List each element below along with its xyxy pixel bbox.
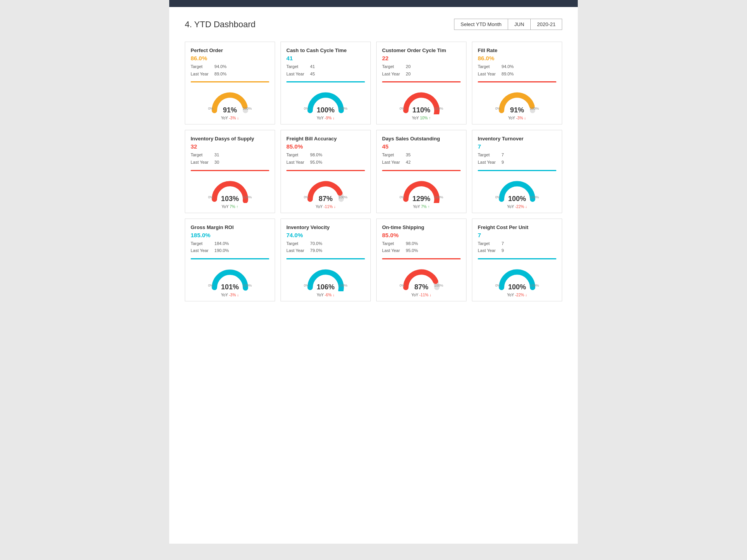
gauge-area-perfect-order: 91% 0% 100% YoY -3% ↓: [191, 87, 269, 120]
page-title: 4. YTD Dashboard: [185, 19, 256, 30]
gauge-max-freight-cost: 100%: [530, 281, 539, 288]
gauge-wrapper-freight-bill: 87% 0% 100%: [302, 176, 349, 204]
cards-grid: Perfect Order 86.0% Target 94.0% Last Ye…: [185, 42, 562, 301]
gauge-wrapper-on-time-shipping: 87% 0% 100%: [398, 264, 445, 292]
card-freight-cost: Freight Cost Per Unit 7 Target 7 Last Ye…: [472, 219, 562, 301]
gauge-area-inventory-velocity: 106% 0% 100% YoY -6% ↓: [286, 264, 365, 297]
gauge-center-freight-bill: 87%: [319, 195, 333, 203]
card-meta-inventory-days: Target 31 Last Year 30: [191, 151, 269, 166]
card-value-gross-margin: 185.0%: [191, 232, 269, 238]
card-days-sales: Days Sales Outstanding 45 Target 35 Last…: [376, 130, 466, 213]
gauge-wrapper-inventory-velocity: 106% 0% 100%: [302, 264, 349, 292]
gauge-pct-freight-bill: 87%: [319, 195, 333, 203]
gauge-max-perfect-order: 100%: [243, 104, 252, 111]
gauge-min-inventory-days: 0%: [208, 193, 213, 200]
gauge-pct-gross-margin: 101%: [221, 283, 239, 291]
card-divider-gross-margin: [191, 258, 269, 259]
card-gross-margin: Gross Margin ROI 185.0% Target 184.0% La…: [185, 219, 275, 301]
gauge-center-inventory-turnover: 100%: [508, 195, 526, 203]
gauge-area-gross-margin: 101% 0% 100% YoY -3% ↓: [191, 264, 269, 297]
card-title-customer-order-cycle: Customer Order Cycle Tim: [382, 47, 461, 53]
month-btn[interactable]: JUN: [508, 19, 531, 30]
gauge-pct-on-time-shipping: 87%: [414, 283, 428, 291]
yoy-val-inventory-velocity: -6% ↓: [325, 293, 335, 297]
card-divider-freight-bill: [286, 170, 365, 171]
gauge-min-customer-order-cycle: 0%: [400, 104, 405, 111]
gauge-wrapper-gross-margin: 101% 0% 100%: [207, 264, 253, 292]
yoy-line-inventory-velocity: YoY -6% ↓: [317, 293, 335, 297]
gauge-max-inventory-days: 100%: [243, 193, 252, 200]
gauge-min-inventory-turnover: 0%: [495, 193, 500, 200]
gauge-max-inventory-turnover: 100%: [530, 193, 539, 200]
yoy-line-on-time-shipping: YoY -11% ↓: [411, 293, 431, 297]
gauge-max-on-time-shipping: 100%: [434, 281, 443, 288]
card-value-inventory-turnover: 7: [478, 143, 556, 150]
gauge-pct-inventory-velocity: 106%: [317, 283, 335, 291]
card-value-freight-bill: 85.0%: [286, 143, 365, 150]
gauge-max-fill-rate: 100%: [530, 104, 539, 111]
gauge-center-perfect-order: 91%: [223, 106, 237, 114]
card-title-inventory-turnover: Inventory Turnover: [478, 136, 556, 142]
card-meta-days-sales: Target 35 Last Year 42: [382, 151, 461, 166]
card-meta-freight-cost: Target 7 Last Year 9: [478, 240, 556, 254]
card-title-freight-cost: Freight Cost Per Unit: [478, 224, 556, 230]
card-divider-customer-order-cycle: [382, 81, 461, 82]
card-fill-rate: Fill Rate 86.0% Target 94.0% Last Year 8…: [472, 42, 562, 124]
gauge-wrapper-freight-cost: 100% 0% 100%: [494, 264, 540, 292]
gauge-max-freight-bill: 100%: [338, 193, 347, 200]
card-title-freight-bill: Freight Bill Accuracy: [286, 136, 365, 142]
card-title-cash-to-cash: Cash to Cash Cycle Time: [286, 47, 365, 53]
gauge-center-gross-margin: 101%: [221, 283, 239, 291]
gauge-pct-fill-rate: 91%: [510, 106, 524, 114]
card-divider-inventory-turnover: [478, 170, 556, 171]
gauge-pct-inventory-days: 103%: [221, 195, 239, 203]
card-meta-freight-bill: Target 98.0% Last Year 95.0%: [286, 151, 365, 166]
gauge-max-gross-margin: 100%: [243, 281, 252, 288]
yoy-line-inventory-turnover: YoY -22% ↓: [507, 205, 527, 209]
yoy-line-freight-cost: YoY -22% ↓: [507, 293, 527, 297]
card-title-on-time-shipping: On-time Shipping: [382, 224, 461, 230]
gauge-area-on-time-shipping: 87% 0% 100% YoY -11% ↓: [382, 264, 461, 297]
gauge-min-on-time-shipping: 0%: [400, 281, 405, 288]
gauge-max-customer-order-cycle: 100%: [434, 104, 443, 111]
card-divider-fill-rate: [478, 81, 556, 82]
yoy-val-freight-bill: -11% ↓: [324, 205, 336, 209]
yoy-val-cash-to-cash: -9% ↓: [325, 116, 335, 120]
card-title-inventory-days: Inventory Dasys of Supply: [191, 136, 269, 142]
card-inventory-days: Inventory Dasys of Supply 32 Target 31 L…: [185, 130, 275, 213]
yoy-line-fill-rate: YoY -3% ↓: [508, 116, 526, 120]
gauge-pct-cash-to-cash: 100%: [317, 106, 335, 114]
gauge-min-gross-margin: 0%: [208, 281, 213, 288]
card-value-on-time-shipping: 85.0%: [382, 232, 461, 238]
header-controls: Select YTD Month JUN 2020-21: [454, 19, 562, 30]
card-meta-on-time-shipping: Target 98.0% Last Year 95.0%: [382, 240, 461, 254]
year-btn[interactable]: 2020-21: [531, 19, 562, 30]
card-value-inventory-days: 32: [191, 143, 269, 150]
yoy-line-gross-margin: YoY -3% ↓: [221, 293, 239, 297]
card-value-perfect-order: 86.0%: [191, 55, 269, 61]
yoy-val-customer-order-cycle: 10% ↑: [420, 116, 431, 120]
gauge-min-fill-rate: 0%: [495, 104, 500, 111]
dashboard-container: 4. YTD Dashboard Select YTD Month JUN 20…: [169, 7, 578, 544]
gauge-min-days-sales: 0%: [400, 193, 405, 200]
gauge-area-fill-rate: 91% 0% 100% YoY -3% ↓: [478, 87, 556, 120]
card-inventory-turnover: Inventory Turnover 7 Target 7 Last Year …: [472, 130, 562, 213]
gauge-center-freight-cost: 100%: [508, 283, 526, 291]
yoy-line-perfect-order: YoY -3% ↓: [221, 116, 239, 120]
gauge-center-inventory-velocity: 106%: [317, 283, 335, 291]
card-divider-inventory-velocity: [286, 258, 365, 259]
yoy-val-freight-cost: -22% ↓: [515, 293, 527, 297]
gauge-area-inventory-turnover: 100% 0% 100% YoY -22% ↓: [478, 176, 556, 209]
yoy-val-gross-margin: -3% ↓: [229, 293, 239, 297]
gauge-wrapper-fill-rate: 91% 0% 100%: [494, 87, 540, 115]
gauge-max-cash-to-cash: 100%: [338, 104, 347, 111]
card-divider-on-time-shipping: [382, 258, 461, 259]
select-ytd-month-btn[interactable]: Select YTD Month: [454, 19, 508, 30]
gauge-center-cash-to-cash: 100%: [317, 106, 335, 114]
card-on-time-shipping: On-time Shipping 85.0% Target 98.0% Last…: [376, 219, 466, 301]
card-title-gross-margin: Gross Margin ROI: [191, 224, 269, 230]
card-meta-inventory-turnover: Target 7 Last Year 9: [478, 151, 556, 166]
yoy-line-days-sales: YoY 7% ↑: [413, 205, 430, 209]
yoy-line-inventory-days: YoY 7% ↑: [222, 205, 238, 209]
gauge-pct-perfect-order: 91%: [223, 106, 237, 114]
